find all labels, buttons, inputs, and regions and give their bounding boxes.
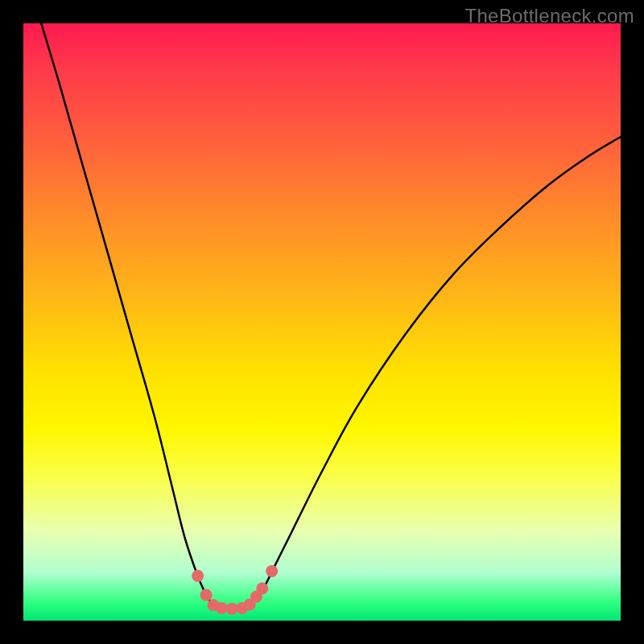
data-point bbox=[200, 589, 213, 601]
data-point bbox=[192, 570, 204, 582]
watermark-text: TheBottleneck.com bbox=[464, 5, 634, 27]
dots-layer bbox=[23, 23, 621, 621]
data-point bbox=[266, 565, 278, 577]
data-point bbox=[256, 582, 268, 594]
data-points-group bbox=[192, 565, 278, 615]
